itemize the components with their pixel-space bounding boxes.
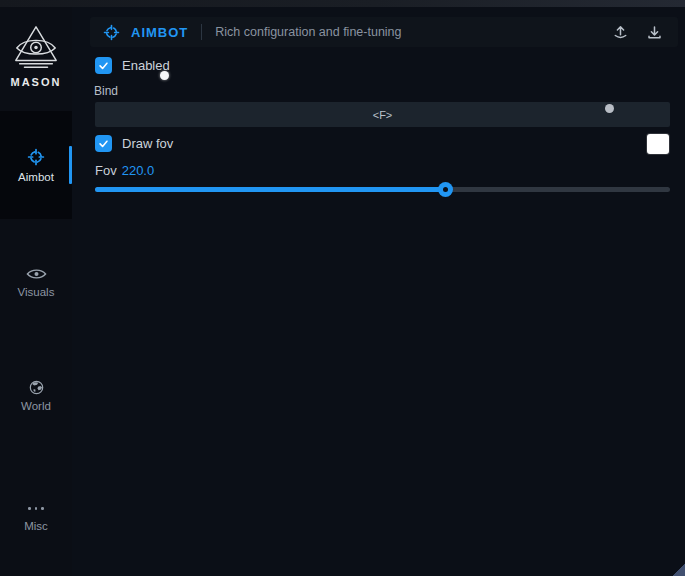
enabled-row: Enabled bbox=[95, 57, 170, 74]
sidebar-item-misc[interactable]: Misc bbox=[0, 482, 72, 552]
draw-fov-label: Draw fov bbox=[122, 136, 173, 151]
logo-label: MASON bbox=[11, 76, 62, 88]
sidebar-item-visuals[interactable]: Visuals bbox=[0, 247, 72, 317]
bind-key-input[interactable]: <F> bbox=[95, 102, 670, 127]
sidebar-item-label: Aimbot bbox=[18, 171, 54, 183]
sidebar-item-label: World bbox=[21, 400, 51, 412]
fov-label-row: Fov220.0 bbox=[95, 163, 154, 178]
sidebar: MASON Aimbot Visuals bbox=[0, 7, 72, 576]
globe-icon bbox=[29, 380, 44, 395]
pyramid-eye-icon bbox=[11, 23, 61, 71]
crosshair-icon bbox=[27, 148, 45, 166]
sidebar-item-world[interactable]: World bbox=[0, 361, 72, 431]
particle-dot bbox=[605, 104, 614, 113]
check-icon bbox=[97, 137, 110, 150]
sidebar-item-aimbot[interactable]: Aimbot bbox=[0, 111, 72, 219]
page-header: AIMBOT Rich configuration and fine-tunin… bbox=[90, 17, 678, 47]
ellipsis-icon bbox=[28, 503, 44, 515]
fov-color-swatch[interactable] bbox=[647, 134, 669, 154]
download-config-button[interactable] bbox=[643, 21, 665, 43]
draw-fov-checkbox[interactable] bbox=[95, 135, 112, 152]
page-title: AIMBOT bbox=[131, 25, 188, 40]
bind-label: Bind bbox=[94, 84, 118, 98]
enabled-checkbox[interactable] bbox=[95, 57, 112, 74]
divider bbox=[201, 24, 202, 40]
fov-slider-fill bbox=[95, 187, 446, 192]
fov-label: Fov bbox=[95, 163, 117, 178]
logo: MASON bbox=[0, 23, 72, 88]
sidebar-item-label: Visuals bbox=[18, 286, 55, 298]
sidebar-item-label: Misc bbox=[24, 520, 48, 532]
draw-fov-row: Draw fov bbox=[95, 135, 173, 152]
fov-slider[interactable] bbox=[95, 187, 670, 192]
check-icon bbox=[97, 59, 110, 72]
page-subtitle: Rich configuration and fine-tuning bbox=[215, 25, 401, 39]
crosshair-icon bbox=[103, 24, 120, 41]
bind-key-value: <F> bbox=[373, 109, 393, 121]
eye-icon bbox=[26, 267, 47, 281]
upload-config-button[interactable] bbox=[609, 21, 631, 43]
fov-slider-thumb[interactable] bbox=[438, 182, 453, 197]
cursor-dot bbox=[160, 71, 169, 80]
window-corner bbox=[672, 563, 685, 576]
window-top-strip bbox=[0, 0, 685, 7]
fov-value: 220.0 bbox=[122, 163, 155, 178]
